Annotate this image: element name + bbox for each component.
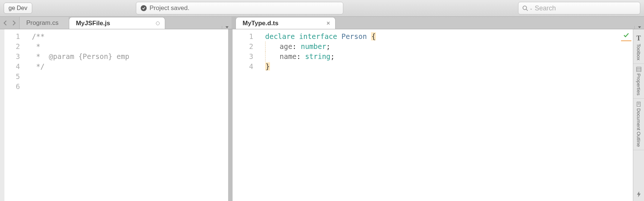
tab-overflow-button[interactable] xyxy=(634,26,644,29)
search-input[interactable] xyxy=(535,4,636,12)
line-number: 1 xyxy=(233,32,253,42)
code-text: declare xyxy=(265,32,295,40)
line-number: 4 xyxy=(233,62,253,72)
sidebar-tool-properties[interactable]: Properties xyxy=(633,64,644,99)
indent-guide xyxy=(265,52,266,62)
code-text: {Person} emp xyxy=(74,52,129,60)
svg-line-1 xyxy=(526,9,528,11)
code-text: /** xyxy=(32,32,44,40)
code-text: ; xyxy=(326,42,330,50)
line-number: 3 xyxy=(4,52,20,62)
code-text: interface xyxy=(299,32,337,40)
search-icon xyxy=(522,5,528,11)
toolbox-icon: T xyxy=(637,34,641,42)
sidebar-tool-toolbox[interactable]: T Toolbox xyxy=(633,32,644,64)
status-bar: Project saved. xyxy=(136,2,343,14)
nav-forward-button[interactable] xyxy=(12,20,16,26)
sidebar-tool-label: Document Outline xyxy=(636,108,641,147)
chevron-down-icon: ⌄ xyxy=(530,6,533,10)
line-number: 6 xyxy=(4,82,20,92)
tab-label: MyJSFile.js xyxy=(76,20,110,27)
code-area[interactable]: declare interface Person { age: number; … xyxy=(258,29,633,201)
sidebar-tool-document-outline[interactable]: Document Outline xyxy=(633,99,644,150)
sidebar-tool-label: Properties xyxy=(636,73,641,95)
sidebar-tool-label: Toolbox xyxy=(636,44,641,60)
tab-myjsfile[interactable]: MyJSFile.js xyxy=(69,17,165,29)
nav-arrows xyxy=(0,17,20,29)
bolt-icon[interactable] xyxy=(636,189,641,201)
nav-back-button[interactable] xyxy=(3,20,7,26)
code-text: */ xyxy=(32,62,44,70)
close-icon[interactable]: × xyxy=(327,20,330,26)
tab-overflow-button[interactable] xyxy=(222,26,231,29)
right-sidebar: T Toolbox Properties Document Outline xyxy=(633,29,644,201)
tab-program-cs[interactable]: Program.cs xyxy=(20,17,69,29)
code-text: * xyxy=(32,52,49,60)
top-toolbar: ge Dev Project saved. ⌄ xyxy=(0,0,644,17)
right-editor-pane[interactable]: 1 2 3 4 declare interface Person { age: … xyxy=(233,29,633,201)
code-text: } xyxy=(265,62,270,70)
code-text: string xyxy=(305,52,331,60)
pane-splitter[interactable] xyxy=(228,29,233,201)
status-ok-icon xyxy=(623,32,629,40)
tab-label: MyType.d.ts xyxy=(243,20,278,27)
code-text: { xyxy=(371,32,376,40)
tab-mytype[interactable]: MyType.d.ts × xyxy=(236,17,336,29)
left-tab-group: Program.cs MyJSFile.js xyxy=(20,17,231,29)
line-number: 2 xyxy=(4,42,20,52)
code-text: Person xyxy=(341,32,367,40)
indent-guide xyxy=(265,42,266,52)
line-number: 3 xyxy=(233,52,253,62)
svg-point-0 xyxy=(523,6,527,10)
left-editor-pane[interactable]: 1 2 3 4 5 6 /** * * @param {Person} emp … xyxy=(0,29,228,201)
document-outline-icon xyxy=(636,102,641,107)
line-number: 1 xyxy=(4,32,20,42)
right-tab-group: MyType.d.ts × xyxy=(236,17,644,29)
config-label: ge Dev xyxy=(9,5,27,11)
line-number: 4 xyxy=(4,62,20,72)
config-dropdown-button[interactable]: ge Dev xyxy=(4,3,32,14)
code-text: : xyxy=(292,42,301,50)
code-text: : xyxy=(297,52,305,60)
code-text: * xyxy=(32,42,40,50)
code-text: ; xyxy=(330,52,334,60)
line-number: 2 xyxy=(233,42,253,52)
line-number: 5 xyxy=(4,72,20,82)
code-area[interactable]: /** * * @param {Person} emp */ xyxy=(25,29,228,201)
svg-rect-2 xyxy=(637,67,641,72)
line-gutter: 1 2 3 4 xyxy=(233,29,258,201)
marker-stripe xyxy=(621,40,631,41)
status-text: Project saved. xyxy=(150,4,190,12)
search-box[interactable]: ⌄ xyxy=(518,2,640,14)
properties-icon xyxy=(636,67,641,72)
code-text: age xyxy=(280,42,292,50)
check-circle-icon xyxy=(141,5,147,11)
tab-label: Program.cs xyxy=(26,19,59,27)
code-text: @param xyxy=(49,52,74,60)
line-gutter: 1 2 3 4 5 6 xyxy=(4,29,25,201)
code-text: name xyxy=(280,52,297,60)
editor-container: 1 2 3 4 5 6 /** * * @param {Person} emp … xyxy=(0,29,644,201)
tab-bar: Program.cs MyJSFile.js MyType.d.ts × xyxy=(0,17,644,29)
code-text: number xyxy=(301,42,326,50)
unsaved-indicator-icon xyxy=(156,22,160,25)
